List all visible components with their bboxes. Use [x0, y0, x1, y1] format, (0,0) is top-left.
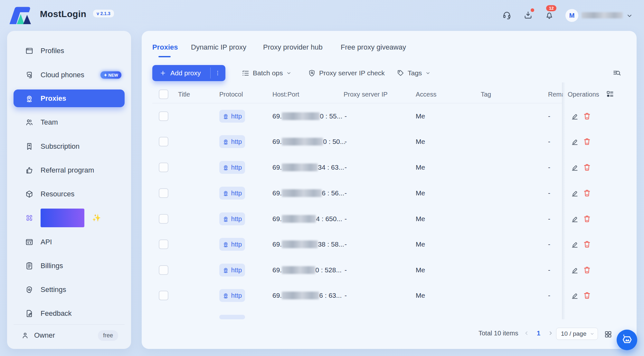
remark-cell: -	[548, 112, 550, 120]
prev-page-icon[interactable]	[523, 330, 530, 336]
access-cell: Me	[416, 189, 425, 197]
plan-badge: free	[98, 330, 118, 341]
next-page-icon[interactable]	[547, 330, 554, 336]
row-operations	[571, 163, 591, 172]
host-port-cell: 69.6 : 63...	[272, 292, 342, 299]
sidebar-item-owner[interactable]: Owner free	[14, 326, 125, 344]
proxy-server-ip-check-button[interactable]: Proxy server IP check	[308, 65, 385, 81]
edit-icon[interactable]	[571, 137, 579, 146]
thumbs-up-icon	[25, 166, 33, 174]
tags-button[interactable]: Tags	[397, 65, 431, 81]
redacted-host	[282, 292, 319, 299]
sidebar-item-profiles[interactable]: Profiles	[14, 42, 125, 60]
sidebar-item-team[interactable]: Team	[14, 113, 125, 131]
col-proxy-server-ip: Proxy server IP	[344, 91, 388, 98]
row-checkbox[interactable]	[159, 163, 168, 172]
row-operations	[571, 112, 591, 120]
proxy-server-ip-cell: -	[345, 189, 347, 197]
sidebar-item-feedback[interactable]: Feedback	[14, 304, 125, 323]
sidebar-item-settings[interactable]: Settings	[14, 281, 125, 299]
edit-icon[interactable]	[571, 266, 579, 274]
sidebar-item-cloud-phones[interactable]: Cloud phones ✦ NEW	[14, 66, 125, 84]
row-checkbox[interactable]	[159, 137, 168, 146]
tab-proxies[interactable]: Proxies	[152, 43, 178, 52]
sidebar-item-resources[interactable]: Resources	[14, 185, 125, 203]
redacted-host	[282, 266, 315, 274]
host-port-cell: 69.0 : 528...	[272, 266, 342, 274]
shield-search-icon	[308, 69, 316, 77]
edit-icon[interactable]	[571, 189, 579, 197]
delete-icon[interactable]	[583, 266, 591, 274]
edit-icon[interactable]	[571, 215, 579, 223]
current-page[interactable]: 1	[537, 330, 540, 337]
sidebar-item-billings[interactable]: Billings	[14, 257, 125, 275]
grid-view-icon[interactable]	[604, 330, 612, 338]
batch-ops-button[interactable]: Batch ops	[242, 65, 292, 81]
delete-icon[interactable]	[583, 163, 591, 172]
access-cell: Me	[416, 138, 425, 145]
sidebar-item-api[interactable]: API	[14, 233, 125, 251]
bell-icon[interactable]	[545, 11, 554, 20]
add-proxy-button[interactable]: Add proxy	[152, 65, 225, 81]
proxy-server-ip-cell: -	[345, 240, 347, 248]
row-checkbox[interactable]	[159, 188, 168, 198]
row-checkbox[interactable]	[159, 239, 168, 249]
sidebar-item-redacted[interactable]: ✨	[14, 208, 125, 228]
chat-assistant-button[interactable]	[617, 330, 637, 350]
notification-count-badge: 12	[546, 5, 556, 11]
location-pin-icon	[223, 241, 229, 248]
column-settings-icon[interactable]	[606, 90, 614, 98]
chevron-down-icon	[590, 331, 595, 336]
tab-dynamic-ip-proxy[interactable]: Dynamic IP proxy	[191, 43, 246, 52]
row-checkbox[interactable]	[159, 291, 168, 300]
row-checkbox[interactable]	[159, 111, 168, 121]
search-list-icon[interactable]	[612, 69, 621, 78]
row-operations	[571, 266, 591, 274]
delete-icon[interactable]	[583, 137, 591, 146]
version-badge: v 2.1.3	[93, 10, 114, 17]
delete-icon[interactable]	[583, 240, 591, 248]
page-size-select[interactable]: 10 / page	[556, 328, 598, 340]
delete-icon[interactable]	[583, 189, 591, 197]
chevron-down-icon[interactable]	[626, 12, 633, 19]
headset-icon[interactable]	[502, 11, 511, 20]
table-row: http 69.6 : 63... - Me -	[142, 283, 637, 308]
tab-proxy-provider-hub[interactable]: Proxy provider hub	[263, 43, 323, 52]
cube-icon	[25, 190, 33, 198]
row-checkbox[interactable]	[159, 214, 168, 224]
redacted-host	[282, 189, 322, 197]
select-all-checkbox[interactable]	[159, 89, 168, 99]
table-row: http 69.0 : 55... - Me -	[142, 103, 637, 129]
col-title: Title	[178, 91, 190, 98]
download-icon[interactable]	[524, 11, 533, 20]
delete-icon[interactable]	[583, 215, 591, 223]
button-split-divider	[210, 68, 211, 79]
edit-icon[interactable]	[571, 291, 579, 300]
edit-icon[interactable]	[571, 240, 579, 248]
host-port-cell: 69.34 : 63...	[272, 164, 344, 171]
avatar[interactable]: M	[565, 9, 578, 22]
kebab-icon[interactable]	[214, 70, 221, 77]
app-window: MostLogin v 2.1.3 12 M Profiles Cloud ph…	[0, 0, 644, 356]
protocol-badge: http	[219, 110, 245, 123]
sidebar-item-referral-program[interactable]: Referral program	[14, 161, 125, 179]
edit-icon[interactable]	[571, 163, 579, 172]
access-cell: Me	[416, 112, 425, 120]
tab-free-proxy-giveaway[interactable]: Free proxy giveaway	[341, 43, 406, 52]
edit-icon[interactable]	[571, 112, 579, 120]
main-panel: Proxies Dynamic IP proxy Proxy provider …	[142, 31, 637, 349]
remark-cell: -	[548, 189, 550, 197]
sidebar-item-proxies[interactable]: Proxies	[14, 89, 125, 107]
remark-cell: -	[548, 138, 550, 145]
redacted-host	[282, 215, 316, 223]
table-row: http 69.34 : 63... - Me -	[142, 155, 637, 180]
table-row: http 69.6 : 56... - Me -	[142, 180, 637, 206]
delete-icon[interactable]	[583, 291, 591, 300]
protocol-badge: http	[219, 212, 245, 225]
access-cell: Me	[416, 240, 425, 248]
sidebar: Profiles Cloud phones ✦ NEW Proxies Team…	[7, 31, 131, 349]
row-checkbox[interactable]	[159, 265, 168, 275]
delete-icon[interactable]	[583, 112, 591, 120]
chevron-down-icon	[286, 70, 292, 76]
sidebar-item-subscription[interactable]: Subscription	[14, 137, 125, 155]
